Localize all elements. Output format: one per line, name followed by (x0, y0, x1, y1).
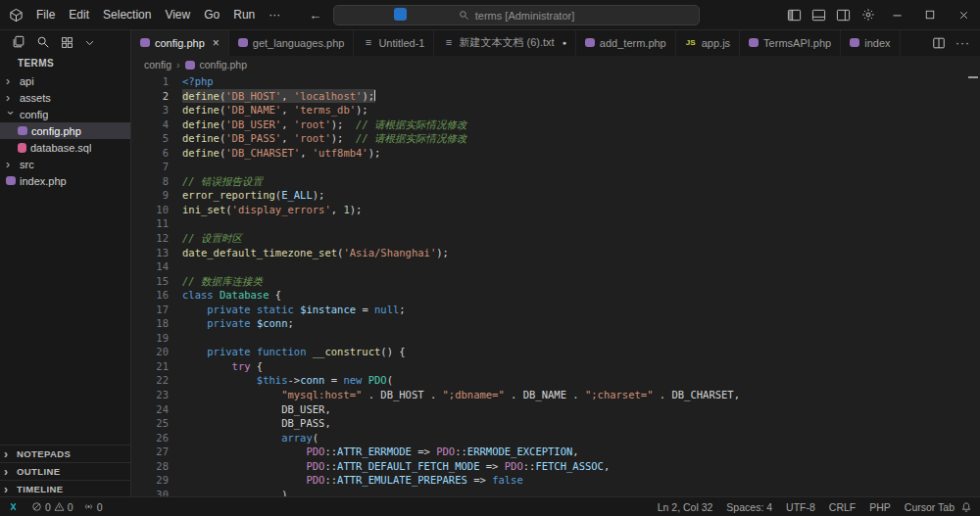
code-line-9[interactable]: 9error_reporting(E_ALL); (131, 188, 980, 203)
code-line-20[interactable]: 20 private function __construct() { (131, 345, 980, 359)
tab-termsapi-php[interactable]: TermsAPI.php (740, 29, 841, 56)
menu-item-file[interactable]: File (29, 0, 62, 29)
code-line-2[interactable]: 2define('DB_HOST', 'localhost'); (131, 89, 980, 104)
code-line-13[interactable]: 13date_default_timezone_set('Asia/Shangh… (131, 246, 980, 260)
command-center-search[interactable]: terms [Administrator] (333, 5, 700, 25)
broadcast-indicator[interactable]: 0 (78, 501, 108, 513)
chevron-icon: › (4, 111, 18, 120)
toggle-sidebar-left-icon[interactable] (782, 0, 807, 29)
split-editor-icon[interactable] (932, 36, 946, 50)
close-icon[interactable]: × (213, 36, 220, 50)
status-crlf[interactable]: CRLF (829, 501, 856, 513)
notifications-bell-icon[interactable] (960, 501, 980, 513)
line-number: 10 (131, 203, 169, 217)
search-view-icon[interactable] (36, 35, 50, 49)
code-line-15[interactable]: 15// 数据库连接类 (131, 274, 980, 289)
extensions-icon[interactable] (61, 36, 74, 49)
breadcrumb-folder[interactable]: config (144, 59, 172, 70)
menu-item-selection[interactable]: Selection (96, 0, 158, 29)
tab-app-js[interactable]: app.js (676, 29, 740, 56)
explorer-icon[interactable] (12, 35, 25, 49)
minimap[interactable] (967, 73, 980, 497)
menu-item-item[interactable]: ··· (262, 0, 287, 29)
php-file-icon (585, 38, 595, 47)
menu-item-run[interactable]: Run (226, 0, 262, 29)
status-php[interactable]: PHP (869, 501, 891, 513)
problems-indicator[interactable]: 0 0 (26, 501, 78, 513)
code-line-22[interactable]: 22 $this->conn = new PDO( (131, 373, 980, 388)
code-line-24[interactable]: 24 DB_USER, (131, 402, 980, 417)
tree-item-assets[interactable]: ›assets (0, 89, 130, 106)
code-text: PDO::ATTR_EMULATE_PREPARES => false (182, 473, 523, 488)
status-cursor-tab[interactable]: Cursor Tab (905, 501, 955, 513)
code-line-19[interactable]: 19 (131, 331, 980, 346)
section-label: NOTEPADS (17, 448, 71, 459)
line-number: 24 (131, 402, 169, 417)
menu-item-view[interactable]: View (158, 0, 197, 29)
more-actions-icon[interactable]: ··· (956, 36, 970, 50)
code-line-21[interactable]: 21 try { (131, 359, 980, 374)
tab-config-php[interactable]: config.php× (131, 29, 229, 56)
code-line-17[interactable]: 17 private static $instance = null; (131, 303, 980, 317)
section-notepads[interactable]: ›NOTEPADS (0, 445, 130, 462)
code-line-5[interactable]: 5define('DB_PASS', 'root'); // 请根据实际情况修改 (131, 131, 980, 146)
section-timeline[interactable]: ›TIMELINE (0, 480, 130, 497)
code-line-6[interactable]: 6define('DB_CHARSET', 'utf8mb4'); (131, 146, 980, 161)
settings-gear-icon[interactable] (856, 0, 880, 29)
code-editor[interactable]: 1<?php2define('DB_HOST', 'localhost');3d… (131, 73, 980, 497)
maximize-button[interactable] (913, 0, 947, 29)
explorer-section-title[interactable]: TERMS (0, 55, 130, 72)
status-utf-8[interactable]: UTF-8 (786, 501, 815, 513)
remote-indicator[interactable] (0, 497, 26, 516)
code-line-23[interactable]: 23 "mysql:host=" . DB_HOST . ";dbname=" … (131, 388, 980, 402)
toggle-panel-icon[interactable] (807, 0, 831, 29)
titlebar-badge[interactable] (394, 8, 407, 21)
section-outline[interactable]: ›OUTLINE (0, 462, 130, 480)
code-line-1[interactable]: 1<?php (131, 74, 980, 89)
close-window-button[interactable] (947, 0, 980, 29)
app-logo-icon[interactable] (9, 8, 24, 23)
back-arrow-icon[interactable]: ← (309, 8, 321, 23)
line-number: 4 (131, 117, 169, 132)
minimize-button[interactable] (880, 0, 913, 29)
chevron-icon: › (4, 465, 14, 479)
code-line-25[interactable]: 25 DB_PASS, (131, 416, 980, 431)
tab-get-languages-php[interactable]: get_languages.php (229, 29, 355, 56)
tree-item-config[interactable]: ›config (0, 106, 130, 122)
code-line-8[interactable]: 8// 错误报告设置 (131, 174, 980, 189)
menu-item-edit[interactable]: Edit (62, 0, 96, 29)
menu-item-go[interactable]: Go (197, 0, 226, 29)
code-line-27[interactable]: 27 PDO::ATTR_ERRMODE => PDO::ERRMODE_EXC… (131, 445, 980, 459)
code-line-16[interactable]: 16class Database { (131, 288, 980, 303)
breadcrumb-file[interactable]: config.php (200, 59, 247, 70)
tree-item-api[interactable]: ›api (0, 72, 130, 89)
code-line-10[interactable]: 10ini_set('display_errors', 1); (131, 203, 980, 217)
code-text: <?php (182, 74, 214, 89)
code-line-4[interactable]: 4define('DB_USER', 'root'); // 请根据实际情况修改 (131, 117, 980, 132)
activity-bar (0, 29, 130, 55)
chevron-down-icon[interactable] (84, 37, 95, 48)
tree-item-index-php[interactable]: index.php (0, 172, 130, 189)
code-line-7[interactable]: 7 (131, 160, 980, 174)
tab-add-term-php[interactable]: add_term.php (576, 29, 676, 56)
tab-untitled-1[interactable]: Untitled-1 (354, 29, 434, 56)
code-line-3[interactable]: 3define('DB_NAME', 'terms_db'); (131, 103, 980, 117)
code-line-26[interactable]: 26 array( (131, 431, 980, 446)
status-ln-2-col-32[interactable]: Ln 2, Col 32 (658, 501, 713, 513)
status-spaces-4[interactable]: Spaces: 4 (726, 501, 772, 513)
code-line-11[interactable]: 11 (131, 216, 980, 231)
tab-index[interactable]: index (841, 29, 900, 56)
tree-item-src[interactable]: ›src (0, 156, 130, 172)
tree-item-config-php[interactable]: config.php (0, 122, 130, 139)
tree-item-database-sql[interactable]: database.sql (0, 139, 130, 156)
code-line-18[interactable]: 18 private $conn; (131, 316, 980, 331)
code-line-29[interactable]: 29 PDO::ATTR_EMULATE_PREPARES => false (131, 473, 980, 488)
code-line-28[interactable]: 28 PDO::ATTR_DEFAULT_FETCH_MODE => PDO::… (131, 459, 980, 474)
code-line-14[interactable]: 14 (131, 259, 980, 274)
toggle-sidebar-right-icon[interactable] (831, 0, 856, 29)
code-text: ini_set('display_errors', 1); (182, 203, 362, 217)
code-line-12[interactable]: 12// 设置时区 (131, 231, 980, 246)
tab-6-txt[interactable]: 新建文本文档 (6).txt● (434, 29, 575, 56)
chevron-right-icon: › (176, 59, 180, 70)
editor-area: config.php×get_languages.phpUntitled-1新建… (131, 29, 980, 497)
